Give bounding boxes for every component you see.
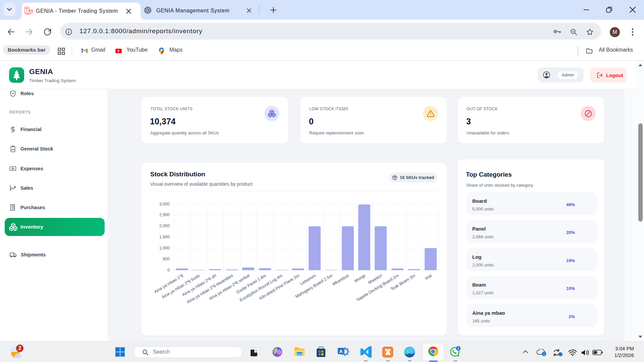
svg-text:A: A [339, 349, 342, 354]
svg-text:1: 1 [458, 346, 460, 350]
svg-text:i: i [544, 353, 545, 356]
svg-text:2: 2 [18, 345, 21, 351]
